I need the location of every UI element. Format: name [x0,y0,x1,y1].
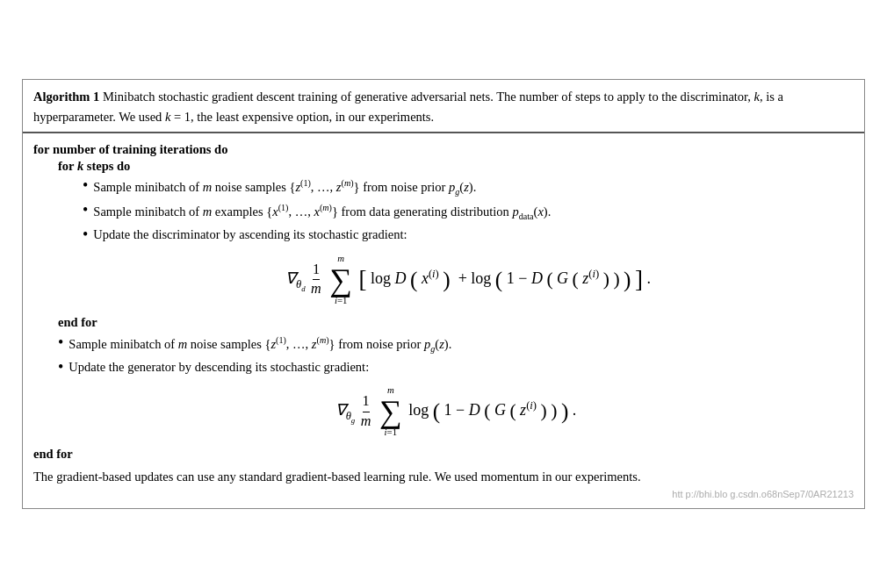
watermark: htt p://bhi.blo g.csdn.o68nSep7/0AR21213 [33,489,854,499]
math-block-2: ∇θg 1 m m ∑ i=1 log ( 1 − D ( G [58,385,854,438]
big-paren-g-close-1: ) [561,399,568,423]
bullet-dot-1: • [83,176,88,196]
big-paren-open-3: ( [546,269,552,290]
algorithm-label: Algorithm 1 [33,90,99,104]
for-outer-block: for number of training iterations do for… [33,142,854,462]
bullet-2: • Sample minibatch of m examples {x(1), … [83,201,854,223]
bullet-2-text: Sample minibatch of m examples {x(1), …,… [93,201,551,223]
nabla-theta-d: ∇θd [285,269,309,287]
bullet-4: • Sample minibatch of m noise samples {z… [58,333,854,355]
bullet-dot-5: • [58,358,63,377]
sum-2: m ∑ i=1 [379,385,402,438]
nabla-theta-g: ∇θg [335,401,359,419]
big-paren-open-2: ( [495,268,502,291]
algorithm-header: Algorithm 1 Minibatch stochastic gradien… [23,80,864,133]
outer-steps: • Sample minibatch of m noise samples {z… [58,333,854,438]
big-paren-close-3: ) [613,269,619,290]
big-paren-close-4: ) [603,269,609,290]
sum-1: m ∑ i=1 [329,254,352,306]
bullet-5-text: Update the generator by descending its s… [69,358,369,377]
algorithm-box: Algorithm 1 Minibatch stochastic gradien… [22,79,865,508]
bullet-3: • Update the discriminator by ascending … [83,226,854,245]
for-inner-block: for k steps do • Sample minibatch of m n… [58,159,854,329]
big-bracket-open-1: [ [358,266,366,292]
fraction-2: 1 m [361,393,371,430]
algorithm-description: Minibatch stochastic gradient descent tr… [33,90,783,123]
big-paren-g-close-3: ) [541,401,547,422]
bullet-dot-3: • [83,226,88,245]
big-bracket-close-1: ] [635,266,643,292]
bullet-1: • Sample minibatch of m noise samples {z… [83,176,854,198]
big-paren-g-open-2: ( [484,401,490,422]
fraction-1: 1 m [311,262,321,298]
big-paren-open-4: ( [573,269,579,290]
algorithm-body: for number of training iterations do for… [23,133,864,507]
footer-text: The gradient-based updates can use any s… [33,467,854,486]
bullet-5: • Update the generator by descending its… [58,358,854,377]
big-paren-close-2: ) [624,268,631,291]
big-paren-open-1: ( [410,268,417,291]
for-inner-label: for k steps do [58,159,854,174]
bullet-3-text: Update the discriminator by ascending it… [93,226,407,245]
big-paren-g-close-2: ) [551,401,557,422]
bullet-1-text: Sample minibatch of m noise samples {z(1… [93,176,476,198]
for-outer-label: for number of training iterations do [33,142,854,157]
inner-steps: • Sample minibatch of m noise samples {z… [83,176,854,305]
big-paren-g-open-1: ( [433,399,440,423]
bullet-dot-4: • [58,333,63,353]
math-block-1: ∇θd 1 m m ∑ i=1 [ log D ( [83,254,854,306]
end-for-inner: end for [58,315,854,330]
big-paren-close-1: ) [443,268,450,291]
end-for-outer: end for [33,447,854,462]
bullet-dot-2: • [83,201,88,220]
big-paren-g-open-3: ( [509,401,516,422]
bullet-4-text: Sample minibatch of m noise samples {z(1… [69,333,451,355]
